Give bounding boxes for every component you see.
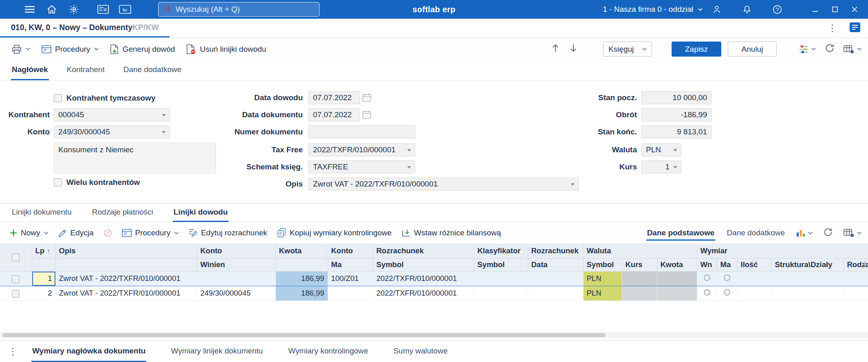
scrollbar-thumb[interactable] (2, 333, 606, 337)
account-field[interactable]: 249/30/000045 (54, 125, 170, 138)
column-header-konto-winien[interactable]: Konto (197, 244, 275, 258)
save-button[interactable]: Zapisz (672, 42, 721, 57)
temporary-contractor-checkbox[interactable] (54, 94, 62, 102)
personalize-button[interactable] (799, 45, 816, 54)
subheader-wn[interactable]: Wn (697, 258, 717, 271)
tab-dane-dodatkowe[interactable]: Dane dodatkowe (123, 60, 183, 80)
cell-klasyfikator[interactable] (474, 271, 528, 286)
cell-rozrachunek-data[interactable] (528, 286, 583, 301)
refresh-icon[interactable] (825, 43, 835, 55)
subheader-ma2[interactable]: Ma (717, 258, 737, 271)
bottom-overflow-menu-icon[interactable]: ⋮ (6, 345, 20, 358)
cell-ilosc[interactable] (737, 271, 771, 286)
select-all-checkbox[interactable] (12, 254, 20, 261)
document-tab[interactable]: 010, KW, 0 – Nowy – Dokumenty KP/KW (0, 19, 170, 37)
horizontal-scrollbar[interactable] (0, 332, 868, 338)
close-icon[interactable] (848, 3, 861, 15)
tab-sumy-walutowe[interactable]: Sumy walutowe (392, 341, 448, 362)
column-header-klasyfikator[interactable]: Klasyfikator (474, 244, 528, 258)
ma-radio[interactable] (724, 274, 730, 281)
cell-ilosc[interactable] (737, 286, 771, 301)
column-header-lp[interactable]: Lp↑ (32, 244, 55, 258)
tab-linijki-dokumentu[interactable]: Linijki dokumentu (11, 204, 73, 222)
contractor-description-field[interactable]: Konsument z Niemiec (54, 143, 216, 173)
move-up-icon[interactable] (552, 44, 559, 55)
grid-procedures-button[interactable]: Procedury (118, 226, 183, 240)
calendar-icon[interactable] (362, 110, 372, 120)
subheader-symbol[interactable]: Symbol (474, 258, 528, 271)
document-number-field[interactable] (308, 125, 415, 138)
ma-radio[interactable] (724, 289, 730, 296)
contractor-field[interactable]: 000045 (54, 108, 170, 121)
cell-ma-radio[interactable] (717, 271, 737, 286)
column-header-rozrachunek-data[interactable]: Rozrachunek (528, 244, 583, 258)
chart-view-button[interactable] (796, 229, 813, 237)
taxfree-field[interactable]: 2022/TXFR/010/000001 (308, 143, 415, 156)
cell-rozrachunek[interactable]: 2022/TXFR/010/000001 (373, 286, 474, 301)
notes-icon[interactable] (849, 22, 861, 35)
tab-wymiary-naglowka[interactable]: Wymiary nagłówka dokumentu (31, 341, 146, 362)
column-header-konto-ma[interactable]: Konto (328, 244, 373, 258)
generate-voucher-button[interactable]: Generuj dowód (106, 42, 179, 57)
delete-voucher-lines-button[interactable]: Usuń linijki dowodu (182, 42, 270, 57)
cell-rodzaj[interactable] (844, 286, 868, 301)
cell-opis[interactable]: Zwrot VAT - 2022/TXFR/010/000001 (55, 271, 197, 286)
subheader-kurs[interactable]: Kurs (622, 258, 657, 271)
cell-winien[interactable]: 249/30/000045 (197, 286, 275, 301)
cell-opis[interactable]: Zwrot VAT - 2022/TXFR/010/000001 (55, 286, 197, 301)
user-icon[interactable] (711, 3, 723, 15)
news-icon[interactable] (97, 3, 109, 15)
tab-naglowek[interactable]: Nagłówek (11, 60, 49, 80)
company-selector[interactable]: 1 - Nasza firma 0 - oddział (603, 5, 703, 14)
subheader-winien[interactable]: Winien (197, 258, 275, 271)
global-search[interactable] (158, 2, 319, 17)
minimize-icon[interactable] (809, 3, 822, 15)
tab-wymiary-kontrolingowe[interactable]: Wymiary kontrolingowe (287, 341, 369, 362)
new-line-button[interactable]: Nowy (6, 226, 53, 240)
table-row[interactable]: 1 Zwrot VAT - 2022/TXFR/010/000001 186,9… (0, 271, 868, 286)
row-checkbox[interactable] (12, 290, 20, 298)
subheader-ilosc[interactable]: Ilość (737, 258, 771, 271)
column-header-rozrachunek[interactable]: Rozrachunek (373, 244, 474, 258)
calendar-icon[interactable] (362, 93, 372, 103)
cell-struktura[interactable] (771, 286, 844, 301)
tab-overflow-menu-icon[interactable]: ⋮ (825, 22, 839, 35)
cancel-button[interactable]: Anuluj (728, 42, 777, 57)
collapse-columns-icon[interactable] (863, 261, 867, 269)
cell-waluta[interactable]: PLN (583, 286, 622, 301)
document-date-field[interactable]: 07.07.2022 (308, 108, 360, 121)
cell-ma[interactable]: 100/Z01 (328, 271, 373, 286)
tab-kontrahent[interactable]: Kontrahent (66, 60, 106, 80)
cell-ma[interactable] (328, 286, 373, 301)
tab-dane-podstawowe[interactable]: Dane podstawowe (646, 225, 716, 241)
post-button[interactable]: Księguj (603, 42, 652, 57)
copy-controlling-dimensions-button[interactable]: Kopiuj wymiary kontrolingowe (273, 226, 396, 240)
cell-klasyfikator[interactable] (474, 286, 528, 301)
subheader-data[interactable]: Data (528, 258, 583, 271)
cell-rodzaj[interactable] (844, 271, 868, 286)
cell-rozrachunek-data[interactable] (528, 271, 583, 286)
subheader-symbol[interactable]: Symbol (583, 258, 622, 271)
description-field[interactable]: Zwrot VAT - 2022/TXFR/010/000001 (308, 178, 579, 191)
wn-radio[interactable] (704, 289, 710, 296)
search-input[interactable] (176, 5, 314, 14)
cell-lp[interactable]: 2 (32, 286, 55, 301)
grid-settings-button[interactable] (844, 45, 861, 54)
cell-waluta[interactable]: PLN (583, 271, 622, 286)
tab-wymiary-linijek[interactable]: Wymiary linijek dokumentu (170, 341, 264, 362)
maximize-icon[interactable] (828, 3, 842, 15)
grid-columns-settings-button[interactable] (844, 228, 861, 237)
table-row[interactable]: 2 Zwrot VAT - 2022/TXFR/010/000001 249/3… (0, 286, 868, 301)
column-group-wymiar[interactable]: Wymiar (697, 244, 868, 258)
help-icon[interactable]: ? (771, 3, 783, 15)
wn-radio[interactable] (704, 274, 710, 281)
move-down-icon[interactable] (570, 44, 577, 55)
bc-app-icon[interactable]: bc (119, 3, 131, 15)
cell-wn[interactable] (697, 271, 717, 286)
tab-dane-dodatkowe-grid[interactable]: Dane dodatkowe (726, 225, 786, 241)
cell-rozrachunek[interactable]: 2022/TXFR/010/000001 (373, 271, 474, 286)
insert-balance-difference-button[interactable]: Wstaw różnice bilansową (397, 226, 505, 240)
edit-settlement-button[interactable]: Edytuj rozrachunek (184, 226, 271, 240)
cell-lp[interactable]: 1 (32, 271, 55, 286)
brightness-icon[interactable] (68, 3, 80, 15)
